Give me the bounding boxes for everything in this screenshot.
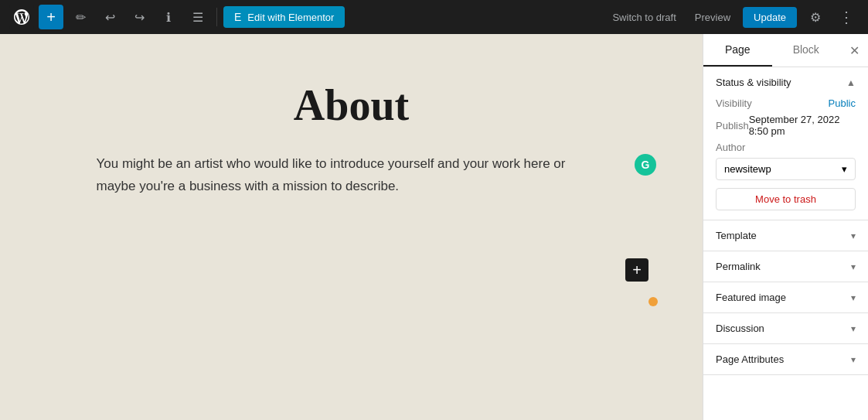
settings-button[interactable]: ⚙ [803, 5, 828, 29]
chevron-down-icon: ▾ [851, 323, 856, 334]
visibility-row: Visibility Public [716, 97, 856, 109]
page-attributes-title: Page Attributes [716, 353, 784, 365]
edit-with-elementor-button[interactable]: E Edit with Elementor [223, 6, 345, 28]
discussion-section: Discussion ▾ [703, 313, 868, 344]
permalink-title: Permalink [716, 261, 761, 272]
visibility-value[interactable]: Public [829, 97, 856, 109]
page-title[interactable]: About [81, 80, 622, 130]
tab-page[interactable]: Page [703, 34, 772, 67]
toolbar-divider [216, 8, 217, 26]
author-label: Author [716, 142, 856, 153]
chevron-down-icon: ▾ [851, 354, 856, 365]
chevron-down-icon: ▾ [851, 230, 856, 241]
template-section: Template ▾ [703, 220, 868, 251]
status-visibility-section: Status & visibility ▲ Visibility Public … [703, 67, 868, 220]
page-attributes-header[interactable]: Page Attributes ▾ [703, 344, 868, 374]
elementor-label: Edit with Elementor [247, 12, 334, 23]
status-visibility-title: Status & visibility [716, 77, 791, 88]
toolbar: + ✏ ↩ ↪ ℹ ☰ E Edit with Elementor Switch… [0, 0, 868, 34]
wordpress-logo[interactable] [9, 5, 34, 29]
chevron-down-icon: ▾ [851, 261, 856, 272]
tab-block[interactable]: Block [772, 34, 841, 67]
discussion-header[interactable]: Discussion ▾ [703, 313, 868, 343]
chevron-up-icon: ▲ [846, 77, 856, 88]
page-attributes-section: Page Attributes ▾ [703, 344, 868, 375]
author-group: Author newsitewp ▾ [716, 142, 856, 180]
update-button[interactable]: Update [743, 7, 797, 28]
sidebar-header: Page Block ✕ [703, 34, 868, 67]
status-visibility-header[interactable]: Status & visibility ▲ [703, 67, 868, 97]
discussion-title: Discussion [716, 323, 764, 334]
template-title: Template [716, 230, 757, 241]
status-visibility-body: Visibility Public Publish September 27, … [703, 97, 868, 220]
author-value: newsitewp [724, 163, 771, 175]
publish-value[interactable]: September 27, 2022 8:50 pm [749, 114, 856, 137]
page-content: About You might be an artist who would l… [81, 80, 622, 198]
sidebar: Page Block ✕ Status & visibility ▲ Visib… [703, 34, 868, 420]
publish-row: Publish September 27, 2022 8:50 pm [716, 114, 856, 137]
info-button[interactable]: ℹ [156, 5, 181, 29]
edit-button[interactable]: ✏ [68, 5, 93, 29]
permalink-section: Permalink ▾ [703, 251, 868, 282]
preview-button[interactable]: Preview [689, 9, 737, 26]
featured-image-header[interactable]: Featured image ▾ [703, 282, 868, 312]
add-block-canvas-button[interactable]: + [625, 258, 648, 282]
redo-button[interactable]: ↪ [127, 5, 151, 29]
toolbar-right: Switch to draft Preview Update ⚙ ⋮ [606, 5, 859, 29]
canvas: About You might be an artist who would l… [0, 34, 703, 420]
main-area: About You might be an artist who would l… [0, 34, 868, 420]
list-view-button[interactable]: ☰ [186, 5, 210, 29]
featured-image-title: Featured image [716, 292, 786, 303]
grammarly-icon: G [635, 154, 656, 176]
publish-label: Publish [716, 120, 749, 131]
status-dot [648, 297, 658, 306]
chevron-down-icon: ▾ [851, 292, 856, 303]
switch-draft-button[interactable]: Switch to draft [606, 9, 682, 26]
close-sidebar-button[interactable]: ✕ [840, 36, 868, 64]
chevron-down-icon: ▾ [842, 163, 847, 175]
page-body[interactable]: You might be an artist who would like to… [81, 153, 622, 198]
permalink-header[interactable]: Permalink ▾ [703, 251, 868, 282]
template-header[interactable]: Template ▾ [703, 220, 868, 251]
undo-button[interactable]: ↩ [97, 5, 122, 29]
toolbar-left: + ✏ ↩ ↪ ℹ ☰ E Edit with Elementor [9, 5, 345, 29]
more-options-button[interactable]: ⋮ [834, 5, 859, 29]
add-block-button[interactable]: + [39, 5, 63, 29]
move-to-trash-button[interactable]: Move to trash [716, 188, 856, 210]
author-select[interactable]: newsitewp ▾ [716, 158, 856, 180]
visibility-label: Visibility [716, 97, 752, 109]
featured-image-section: Featured image ▾ [703, 282, 868, 313]
elementor-icon: E [234, 11, 241, 23]
